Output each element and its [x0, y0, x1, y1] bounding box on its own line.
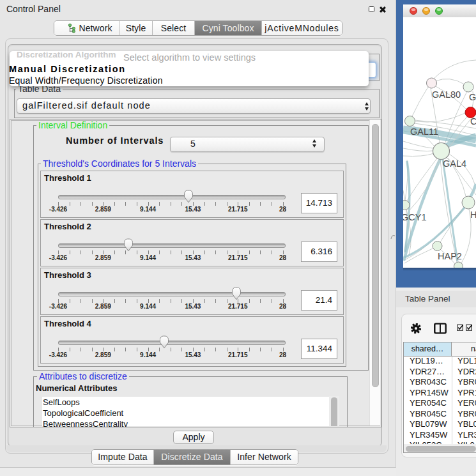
- svg-text:GA: GA: [469, 92, 476, 102]
- svg-text:GAL11: GAL11: [410, 127, 438, 137]
- svg-text:GCY1: GCY1: [403, 212, 427, 222]
- svg-text:HAP2: HAP2: [438, 251, 462, 261]
- svg-text:GAL80: GAL80: [432, 89, 461, 100]
- svg-text:HI: HI: [470, 210, 476, 220]
- svg-text:C: C: [470, 116, 476, 127]
- svg-text:GAL4: GAL4: [443, 158, 466, 169]
